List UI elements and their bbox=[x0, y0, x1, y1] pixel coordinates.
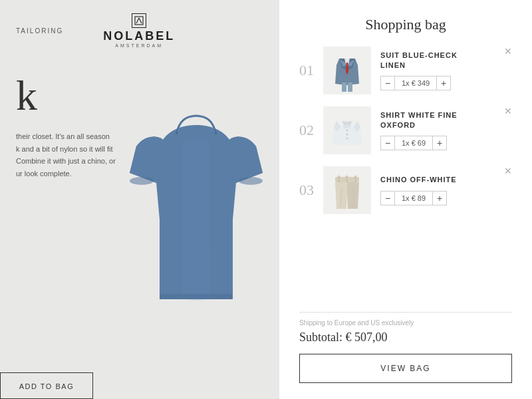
item-image-3 bbox=[323, 166, 371, 214]
svg-rect-8 bbox=[342, 82, 346, 92]
svg-rect-9 bbox=[348, 82, 352, 92]
subtotal-amount: Subtotal: € 507,00 bbox=[299, 331, 512, 344]
logo-text: NOLABEL bbox=[103, 29, 175, 43]
cart-item-3: 03 bbox=[299, 166, 512, 214]
item-qty-row-3: − 1x € 89 + bbox=[380, 191, 512, 205]
item-name-2: SHIRT WHITE FINEOXFORD bbox=[380, 110, 512, 131]
header-area: TAILORING NOLABEL AMSTERDAM bbox=[0, 0, 279, 55]
item-number-2: 02 bbox=[299, 122, 323, 139]
remove-item-3[interactable]: ✕ bbox=[504, 166, 512, 176]
item-qty-row-2: − 1x € 69 + bbox=[380, 136, 512, 150]
shopping-bag-title: Shopping bag bbox=[299, 16, 512, 33]
item-details-1: SUIT BLUE-CHECKLINEN − 1x € 349 + bbox=[380, 51, 512, 91]
sweater-image bbox=[123, 86, 269, 339]
svg-point-11 bbox=[346, 130, 348, 132]
item-number-3: 03 bbox=[299, 182, 323, 199]
suit-svg bbox=[323, 47, 371, 94]
decrease-qty-3[interactable]: − bbox=[380, 191, 395, 205]
svg-rect-4 bbox=[160, 294, 233, 299]
product-description: their closet. It's an all season k and a… bbox=[0, 124, 133, 187]
item-name-3: CHINO OFF-WHITE bbox=[380, 175, 512, 185]
item-qty-display-2: 1x € 69 bbox=[395, 136, 432, 150]
svg-point-12 bbox=[346, 134, 348, 136]
svg-rect-18 bbox=[338, 176, 340, 182]
svg-rect-20 bbox=[354, 176, 356, 182]
left-panel: TAILORING NOLABEL AMSTERDAM k their clos… bbox=[0, 0, 279, 399]
item-image-2 bbox=[323, 106, 371, 154]
subtotal-divider bbox=[299, 312, 512, 313]
item-qty-display-1: 1x € 349 bbox=[395, 76, 436, 90]
increase-qty-2[interactable]: + bbox=[432, 136, 447, 150]
increase-qty-1[interactable]: + bbox=[436, 76, 451, 90]
view-bag-button[interactable]: VIEW BAG bbox=[299, 354, 512, 383]
cart-item-2: 02 bbox=[299, 106, 512, 154]
increase-qty-3[interactable]: + bbox=[432, 191, 447, 205]
logo-icon bbox=[132, 13, 146, 28]
svg-point-5 bbox=[130, 177, 154, 185]
chino-svg bbox=[323, 166, 371, 214]
remove-item-2[interactable]: ✕ bbox=[504, 106, 512, 116]
decrease-qty-1[interactable]: − bbox=[380, 76, 395, 90]
desc-line-1: their closet. It's an all season bbox=[16, 132, 110, 140]
item-details-2: SHIRT WHITE FINEOXFORD − 1x € 69 + bbox=[380, 110, 512, 151]
item-details-3: CHINO OFF-WHITE − 1x € 89 + bbox=[380, 175, 512, 205]
decrease-qty-2[interactable]: − bbox=[380, 136, 395, 150]
item-name-1: SUIT BLUE-CHECKLINEN bbox=[380, 51, 512, 71]
cart-item-1: 01 bbox=[299, 47, 512, 94]
desc-line-4: ur look complete. bbox=[16, 170, 72, 178]
svg-line-1 bbox=[136, 18, 139, 23]
item-image-1 bbox=[323, 47, 371, 94]
shipping-note: Shipping to Europe and US exclusively bbox=[299, 319, 512, 327]
shopping-bag-panel: Shopping bag 01 bbox=[279, 0, 532, 399]
svg-line-2 bbox=[139, 18, 142, 23]
cart-items-list: 01 bbox=[299, 47, 512, 305]
svg-rect-0 bbox=[135, 17, 143, 25]
logo-area: NOLABEL AMSTERDAM bbox=[103, 13, 175, 48]
svg-point-13 bbox=[346, 138, 348, 140]
desc-line-2: k and a bit of nylon so it will fit bbox=[16, 145, 113, 153]
remove-item-1[interactable]: ✕ bbox=[504, 47, 512, 56]
tailoring-label: TAILORING bbox=[16, 27, 63, 35]
desc-line-3: Combine it with just a chino, or bbox=[16, 157, 116, 165]
add-to-bag-button[interactable]: ADD TO BAG bbox=[0, 372, 93, 399]
shirt-svg bbox=[323, 106, 371, 154]
svg-rect-19 bbox=[346, 176, 348, 182]
nolabel-logo-svg bbox=[134, 16, 144, 25]
logo-sub: AMSTERDAM bbox=[115, 43, 163, 48]
item-qty-row-1: − 1x € 349 + bbox=[380, 76, 512, 90]
item-qty-display-3: 1x € 89 bbox=[395, 191, 432, 205]
item-number-1: 01 bbox=[299, 62, 323, 79]
svg-point-6 bbox=[239, 177, 263, 185]
product-image-area bbox=[123, 86, 269, 339]
